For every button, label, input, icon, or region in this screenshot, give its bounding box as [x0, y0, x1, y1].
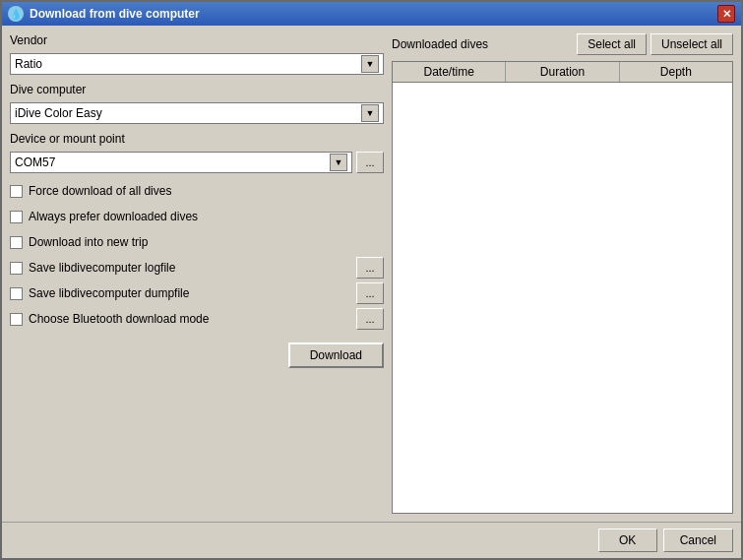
checkbox-bluetooth-row: Choose Bluetooth download mode ...	[10, 309, 384, 329]
col-datetime: Date/time	[393, 62, 506, 82]
dialog: 💧 Download from dive computer ✕ Vendor R…	[0, 0, 743, 560]
prefer-label: Always prefer downloaded dives	[29, 210, 198, 223]
dive-computer-label: Dive computer	[10, 83, 384, 96]
dives-table: Date/time Duration Depth	[392, 61, 733, 514]
vendor-arrow-icon: ▼	[361, 55, 379, 73]
downloaded-title: Downloaded dives	[392, 37, 488, 51]
logfile-checkbox[interactable]	[10, 262, 23, 275]
downloaded-header: Downloaded dives Select all Unselect all	[392, 33, 733, 55]
title-bar: 💧 Download from dive computer ✕	[2, 2, 741, 26]
device-value: COM57	[15, 156, 55, 169]
prefer-checkbox[interactable]	[10, 211, 23, 223]
download-button[interactable]: Download	[288, 342, 384, 368]
download-btn-container: Download	[10, 342, 384, 368]
unselect-all-button[interactable]: Unselect all	[650, 33, 733, 55]
app-icon: 💧	[8, 6, 24, 22]
title-bar-left: 💧 Download from dive computer	[8, 6, 200, 22]
dive-computer-combo[interactable]: iDive Color Easy ▼	[10, 102, 384, 124]
device-arrow-icon: ▼	[330, 154, 347, 171]
dumpfile-label: Save libdivecomputer dumpfile	[29, 286, 189, 300]
col-depth: Depth	[620, 62, 732, 82]
bluetooth-browse-button[interactable]: ...	[356, 308, 384, 330]
table-header: Date/time Duration Depth	[393, 62, 732, 83]
checkbox-dumpfile-row: Save libdivecomputer dumpfile ...	[10, 283, 384, 303]
col-duration: Duration	[506, 62, 619, 82]
force-checkbox[interactable]	[10, 185, 23, 198]
close-button[interactable]: ✕	[717, 5, 735, 23]
cancel-button[interactable]: Cancel	[663, 529, 733, 552]
logfile-browse-button[interactable]: ...	[356, 257, 384, 279]
checkbox-newtrip: Download into new trip	[10, 232, 384, 252]
checkbox-prefer: Always prefer downloaded dives	[10, 207, 384, 226]
device-combo[interactable]: COM57 ▼	[10, 152, 352, 173]
right-panel: Downloaded dives Select all Unselect all…	[392, 33, 733, 514]
vendor-combo[interactable]: Ratio ▼	[10, 53, 384, 75]
device-browse-button[interactable]: ...	[356, 152, 384, 173]
bottom-bar: OK Cancel	[2, 522, 741, 558]
force-label: Force download of all dives	[29, 184, 171, 198]
table-body	[393, 83, 732, 509]
dialog-content: Vendor Ratio ▼ Dive computer iDive Color…	[2, 26, 741, 522]
dumpfile-checkbox[interactable]	[10, 287, 23, 300]
dive-computer-arrow-icon: ▼	[361, 104, 379, 122]
dive-computer-value: iDive Color Easy	[15, 106, 102, 120]
logfile-label: Save libdivecomputer logfile	[29, 261, 175, 275]
device-row: COM57 ▼ ...	[10, 152, 384, 173]
newtrip-label: Download into new trip	[29, 235, 148, 249]
checkbox-logfile-row: Save libdivecomputer logfile ...	[10, 258, 384, 278]
ok-button[interactable]: OK	[598, 529, 657, 552]
device-label: Device or mount point	[10, 132, 384, 146]
bluetooth-checkbox[interactable]	[10, 313, 23, 326]
vendor-label: Vendor	[10, 33, 384, 47]
dumpfile-browse-button[interactable]: ...	[356, 282, 384, 304]
title-text: Download from dive computer	[30, 7, 200, 21]
checkbox-force: Force download of all dives	[10, 181, 384, 201]
vendor-value: Ratio	[15, 57, 42, 71]
left-panel: Vendor Ratio ▼ Dive computer iDive Color…	[10, 33, 384, 514]
newtrip-checkbox[interactable]	[10, 236, 23, 249]
bluetooth-label: Choose Bluetooth download mode	[29, 312, 209, 326]
header-buttons: Select all Unselect all	[577, 33, 733, 55]
logfile-left: Save libdivecomputer logfile	[10, 261, 175, 275]
dumpfile-left: Save libdivecomputer dumpfile	[10, 286, 189, 300]
bluetooth-left: Choose Bluetooth download mode	[10, 312, 209, 326]
select-all-button[interactable]: Select all	[577, 33, 647, 55]
